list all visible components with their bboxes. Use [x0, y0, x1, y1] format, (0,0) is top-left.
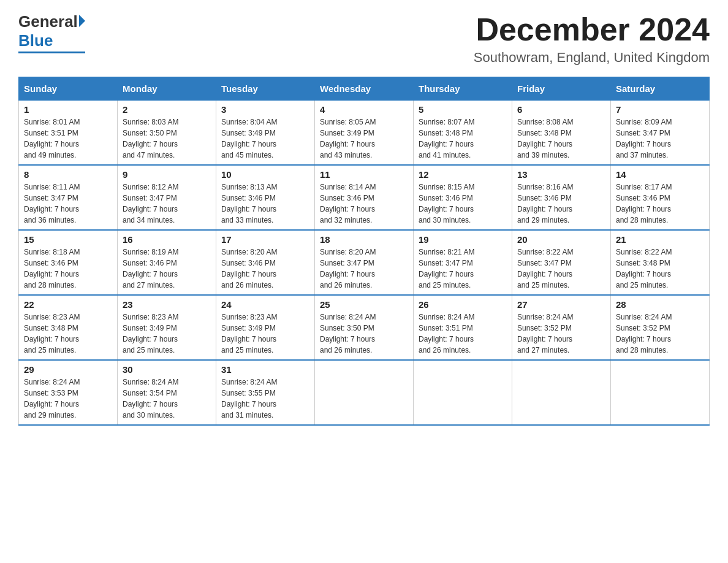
calendar-cell: [512, 360, 611, 425]
calendar-cell: 10 Sunrise: 8:13 AMSunset: 3:46 PMDaylig…: [216, 165, 315, 230]
calendar-cell: 24 Sunrise: 8:23 AMSunset: 3:49 PMDaylig…: [216, 295, 315, 360]
calendar-cell: 14 Sunrise: 8:17 AMSunset: 3:46 PMDaylig…: [611, 165, 710, 230]
col-friday: Friday: [512, 77, 611, 101]
day-info: Sunrise: 8:01 AMSunset: 3:51 PMDaylight:…: [24, 118, 80, 159]
col-sunday: Sunday: [19, 77, 118, 101]
calendar-cell: 11 Sunrise: 8:14 AMSunset: 3:46 PMDaylig…: [315, 165, 414, 230]
day-number: 20: [517, 234, 605, 245]
calendar-cell: 22 Sunrise: 8:23 AMSunset: 3:48 PMDaylig…: [19, 295, 118, 360]
calendar-cell: 26 Sunrise: 8:24 AMSunset: 3:51 PMDaylig…: [414, 295, 512, 360]
day-number: 1: [24, 104, 112, 115]
day-info: Sunrise: 8:17 AMSunset: 3:46 PMDaylight:…: [616, 183, 672, 224]
logo-general-text: General: [18, 12, 78, 31]
day-number: 24: [221, 299, 309, 310]
day-info: Sunrise: 8:12 AMSunset: 3:47 PMDaylight:…: [123, 183, 178, 224]
day-number: 14: [616, 169, 704, 180]
day-info: Sunrise: 8:21 AMSunset: 3:47 PMDaylight:…: [419, 248, 474, 289]
calendar-cell: 9 Sunrise: 8:12 AMSunset: 3:47 PMDayligh…: [118, 165, 216, 230]
day-number: 27: [517, 299, 605, 310]
day-number: 11: [320, 169, 408, 180]
calendar-cell: 18 Sunrise: 8:20 AMSunset: 3:47 PMDaylig…: [315, 230, 414, 295]
week-row-5: 29 Sunrise: 8:24 AMSunset: 3:53 PMDaylig…: [19, 360, 710, 425]
week-row-2: 8 Sunrise: 8:11 AMSunset: 3:47 PMDayligh…: [19, 165, 710, 230]
day-number: 2: [123, 104, 211, 115]
day-number: 18: [320, 234, 408, 245]
day-info: Sunrise: 8:08 AMSunset: 3:48 PMDaylight:…: [517, 118, 573, 159]
day-number: 28: [616, 299, 704, 310]
day-info: Sunrise: 8:05 AMSunset: 3:49 PMDaylight:…: [320, 118, 376, 159]
col-thursday: Thursday: [414, 77, 512, 101]
calendar-cell: 15 Sunrise: 8:18 AMSunset: 3:46 PMDaylig…: [19, 230, 118, 295]
day-info: Sunrise: 8:24 AMSunset: 3:52 PMDaylight:…: [616, 313, 672, 354]
day-info: Sunrise: 8:24 AMSunset: 3:51 PMDaylight:…: [419, 313, 474, 354]
calendar-cell: 16 Sunrise: 8:19 AMSunset: 3:46 PMDaylig…: [118, 230, 216, 295]
day-number: 3: [221, 104, 309, 115]
calendar-cell: 5 Sunrise: 8:07 AMSunset: 3:48 PMDayligh…: [414, 101, 512, 166]
calendar-cell: 17 Sunrise: 8:20 AMSunset: 3:46 PMDaylig…: [216, 230, 315, 295]
day-info: Sunrise: 8:24 AMSunset: 3:53 PMDaylight:…: [24, 378, 80, 419]
week-row-1: 1 Sunrise: 8:01 AMSunset: 3:51 PMDayligh…: [19, 101, 710, 166]
day-number: 19: [419, 234, 507, 245]
day-info: Sunrise: 8:03 AMSunset: 3:50 PMDaylight:…: [123, 118, 178, 159]
day-number: 26: [419, 299, 507, 310]
day-info: Sunrise: 8:23 AMSunset: 3:49 PMDaylight:…: [221, 313, 277, 354]
day-number: 16: [123, 234, 211, 245]
day-number: 4: [320, 104, 408, 115]
day-number: 9: [123, 169, 211, 180]
day-info: Sunrise: 8:24 AMSunset: 3:55 PMDaylight:…: [221, 378, 277, 419]
page-header: General Blue December 2024 Southowram, E…: [18, 12, 710, 66]
day-number: 31: [221, 364, 309, 375]
day-info: Sunrise: 8:24 AMSunset: 3:50 PMDaylight:…: [320, 313, 376, 354]
day-number: 10: [221, 169, 309, 180]
day-number: 13: [517, 169, 605, 180]
logo-blue-text: Blue: [18, 31, 53, 50]
calendar-cell: 6 Sunrise: 8:08 AMSunset: 3:48 PMDayligh…: [512, 101, 611, 166]
logo-text: General: [18, 12, 85, 31]
day-number: 22: [24, 299, 112, 310]
day-number: 5: [419, 104, 507, 115]
day-info: Sunrise: 8:24 AMSunset: 3:52 PMDaylight:…: [517, 313, 573, 354]
calendar-cell: 29 Sunrise: 8:24 AMSunset: 3:53 PMDaylig…: [19, 360, 118, 425]
week-row-3: 15 Sunrise: 8:18 AMSunset: 3:46 PMDaylig…: [19, 230, 710, 295]
day-info: Sunrise: 8:04 AMSunset: 3:49 PMDaylight:…: [221, 118, 277, 159]
day-number: 8: [24, 169, 112, 180]
day-number: 15: [24, 234, 112, 245]
calendar-cell: 20 Sunrise: 8:22 AMSunset: 3:47 PMDaylig…: [512, 230, 611, 295]
calendar-cell: 27 Sunrise: 8:24 AMSunset: 3:52 PMDaylig…: [512, 295, 611, 360]
day-number: 29: [24, 364, 112, 375]
calendar-cell: 25 Sunrise: 8:24 AMSunset: 3:50 PMDaylig…: [315, 295, 414, 360]
calendar-table: Sunday Monday Tuesday Wednesday Thursday…: [18, 77, 710, 426]
week-row-4: 22 Sunrise: 8:23 AMSunset: 3:48 PMDaylig…: [19, 295, 710, 360]
calendar-cell: 1 Sunrise: 8:01 AMSunset: 3:51 PMDayligh…: [19, 101, 118, 166]
logo: General Blue: [18, 12, 85, 53]
day-number: 7: [616, 104, 704, 115]
day-info: Sunrise: 8:20 AMSunset: 3:47 PMDaylight:…: [320, 248, 376, 289]
col-monday: Monday: [118, 77, 216, 101]
month-title: December 2024: [474, 12, 710, 47]
day-info: Sunrise: 8:11 AMSunset: 3:47 PMDaylight:…: [24, 183, 80, 224]
title-section: December 2024 Southowram, England, Unite…: [474, 12, 710, 66]
day-number: 17: [221, 234, 309, 245]
calendar-header-row: Sunday Monday Tuesday Wednesday Thursday…: [19, 77, 710, 101]
calendar-cell: 13 Sunrise: 8:16 AMSunset: 3:46 PMDaylig…: [512, 165, 611, 230]
logo-underline: [18, 52, 85, 53]
calendar-cell: 7 Sunrise: 8:09 AMSunset: 3:47 PMDayligh…: [611, 101, 710, 166]
calendar-cell: [414, 360, 512, 425]
day-number: 23: [123, 299, 211, 310]
calendar-cell: 31 Sunrise: 8:24 AMSunset: 3:55 PMDaylig…: [216, 360, 315, 425]
day-info: Sunrise: 8:09 AMSunset: 3:47 PMDaylight:…: [616, 118, 672, 159]
calendar-cell: 8 Sunrise: 8:11 AMSunset: 3:47 PMDayligh…: [19, 165, 118, 230]
col-tuesday: Tuesday: [216, 77, 315, 101]
day-info: Sunrise: 8:14 AMSunset: 3:46 PMDaylight:…: [320, 183, 376, 224]
day-info: Sunrise: 8:15 AMSunset: 3:46 PMDaylight:…: [419, 183, 474, 224]
calendar-cell: 23 Sunrise: 8:23 AMSunset: 3:49 PMDaylig…: [118, 295, 216, 360]
calendar-cell: [315, 360, 414, 425]
calendar-cell: 30 Sunrise: 8:24 AMSunset: 3:54 PMDaylig…: [118, 360, 216, 425]
col-wednesday: Wednesday: [315, 77, 414, 101]
day-info: Sunrise: 8:07 AMSunset: 3:48 PMDaylight:…: [419, 118, 474, 159]
day-info: Sunrise: 8:13 AMSunset: 3:46 PMDaylight:…: [221, 183, 277, 224]
day-info: Sunrise: 8:22 AMSunset: 3:47 PMDaylight:…: [517, 248, 573, 289]
calendar-cell: 12 Sunrise: 8:15 AMSunset: 3:46 PMDaylig…: [414, 165, 512, 230]
col-saturday: Saturday: [611, 77, 710, 101]
day-info: Sunrise: 8:20 AMSunset: 3:46 PMDaylight:…: [221, 248, 277, 289]
